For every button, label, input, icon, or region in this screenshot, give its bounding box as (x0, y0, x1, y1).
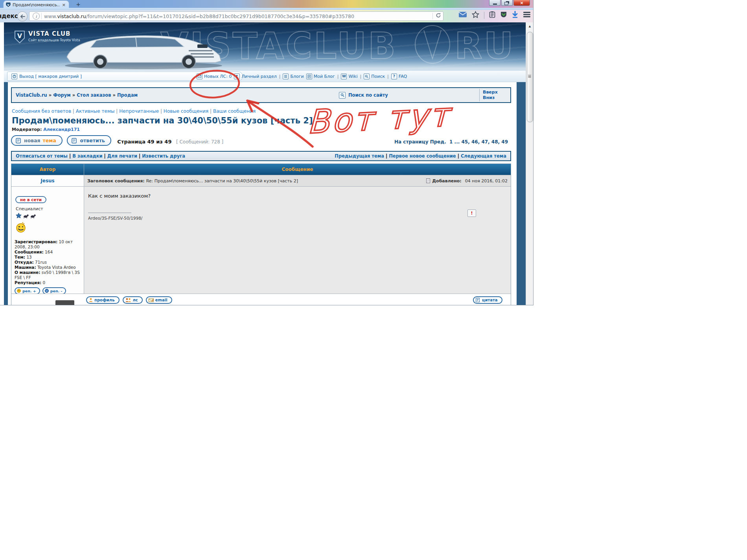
page-46[interactable]: 46 (471, 139, 478, 145)
author-name-link[interactable]: Jesus (40, 178, 54, 184)
reply-button[interactable]: ответить (67, 135, 111, 146)
next-topic-link[interactable]: Следующая тема (461, 153, 506, 159)
subject-text: Re: Продам\поменяюсь... запчасти на 30\4… (146, 178, 298, 184)
menu-item-new-pm[interactable]: Новых ЛС: 0 (197, 73, 232, 79)
menu-separator: | (279, 74, 281, 79)
restore-button[interactable] (501, 0, 513, 6)
posts-table: Автор Сообщение Jesus Заголовок сообщени… (11, 163, 511, 305)
star-icon (472, 11, 479, 18)
info-icon[interactable]: i (33, 13, 40, 20)
unsubscribe-link[interactable]: Отписаться от темы (16, 153, 68, 159)
page-right-border (517, 82, 526, 305)
clipboard-button[interactable] (489, 11, 495, 20)
breadcrumb-site[interactable]: VistaClub.ru (16, 92, 47, 98)
url-bar[interactable]: i www.vistaclub.ru/forum/viewtopic.php?f… (29, 11, 443, 21)
reload-icon (435, 12, 442, 18)
quote-button[interactable]: цитата (473, 296, 502, 304)
profile-field: О машине: sv50 \ 1998гв \ 3S FSE \ FF (15, 270, 82, 280)
table-header: Автор Сообщение (11, 164, 511, 175)
link-unread[interactable]: Непрочитанные (119, 108, 159, 114)
browser-window: V Продам\поменяюсь... зап... × + × ндекс… (0, 0, 534, 305)
link-unanswered[interactable]: Сообщения без ответов (12, 108, 71, 114)
svg-text:V: V (17, 32, 22, 40)
logout-link[interactable]: Выход [ макаров дмитрий ] (19, 74, 82, 79)
link-new[interactable]: Новые сообщения (164, 108, 208, 114)
post-author-cell: Jesus (11, 175, 84, 186)
breadcrumb-panel: VistaClub.ru » Форум » Стол заказов » Пр… (11, 87, 511, 103)
logo-title: VISTA CLUB (28, 30, 80, 37)
email-button[interactable]: email (146, 296, 172, 304)
pagination: На страницу Пред. 1 ... 45, 46, 47, 48, … (394, 139, 508, 145)
rank-animal-icon (30, 213, 36, 218)
link-up[interactable]: Вверх (483, 90, 510, 95)
list-icon (283, 73, 289, 79)
print-link[interactable]: Для печати (107, 153, 137, 159)
toolbar-divider (484, 12, 484, 19)
menu-item-myblog[interactable]: Мой Блог (306, 73, 335, 79)
yandex-logo[interactable]: ндекс (0, 13, 18, 20)
link-down[interactable]: Вниз (483, 95, 510, 101)
vertical-scrollbar[interactable]: ▲ (526, 22, 534, 305)
back-button[interactable] (17, 11, 28, 22)
page-1[interactable]: 1 (449, 139, 453, 145)
moderator-link[interactable]: Александр171 (43, 127, 80, 132)
logout-icon (11, 73, 17, 79)
logo-subtitle: Сайт владельцев Toyota Vista (28, 38, 80, 42)
mail-button[interactable] (458, 11, 467, 19)
site-header-banner: VISTACLUB RU V (4, 22, 526, 71)
breadcrumb-forum[interactable]: Форум (53, 92, 70, 98)
page-48[interactable]: 48 (491, 139, 498, 145)
titlebar: V Продам\поменяюсь... зап... × + × (0, 0, 533, 9)
pocket-button[interactable] (500, 11, 507, 20)
download-button[interactable] (512, 11, 518, 20)
profile-button[interactable]: профиль (86, 296, 120, 304)
menu-item-faq[interactable]: ? FAQ (391, 73, 407, 79)
status-badge: не в сети (15, 196, 46, 203)
download-icon (512, 11, 518, 18)
site-search-icon (339, 92, 346, 99)
new-topic-button[interactable]: новаятема (11, 135, 63, 146)
menu-button[interactable] (523, 11, 531, 19)
link-active[interactable]: Активные темы (76, 108, 115, 114)
thumb-up-icon (17, 289, 21, 293)
reload-button[interactable] (435, 12, 442, 20)
notify-friend-link[interactable]: Известить друга (142, 153, 185, 159)
prev-topic-link[interactable]: Предыдущая тема (335, 153, 384, 159)
pm-icon (197, 73, 202, 79)
bookmark-star-button[interactable] (472, 11, 479, 20)
page-47[interactable]: 47 (481, 139, 488, 145)
post-text: Как с моим заказиком? (88, 193, 151, 199)
page-45[interactable]: 45 (461, 139, 468, 145)
back-arrow-icon (20, 14, 25, 19)
url-divider (41, 13, 42, 19)
post-body-row: не в сети Специалист (11, 186, 511, 294)
close-button[interactable]: × (513, 0, 530, 6)
profile-icon (89, 298, 93, 302)
topic-toolbar-left: Отписаться от темы | В закладки | Для пе… (16, 153, 185, 159)
browser-tab[interactable]: V Продам\поменяюсь... зап... × (3, 0, 69, 9)
url-text: www.vistaclub.ru/forum/viewtopic.php?f=1… (44, 13, 432, 19)
post-message-cell: Как с моим заказиком? Ardeo/3S-FSE/SV-50… (84, 187, 511, 294)
menu-item-search[interactable]: Поиск (364, 73, 385, 79)
first-new-post-link[interactable]: Первое новое сообщение (389, 153, 456, 159)
link-yours[interactable]: Ваши сообщения (213, 108, 256, 114)
scrollbar-up-arrow[interactable]: ▲ (526, 23, 534, 29)
page-prev[interactable]: Пред. (430, 139, 446, 145)
menu-item-blogs[interactable]: Блоги (283, 73, 304, 79)
bookmark-link[interactable]: В закладки (72, 153, 102, 159)
report-post-button[interactable]: ! (467, 209, 476, 217)
breadcrumb-topic[interactable]: Продам (117, 92, 138, 98)
page-49[interactable]: 49 (501, 139, 508, 145)
menu-item-wiki[interactable]: W Wiki (341, 73, 357, 79)
breadcrumb-section[interactable]: Стол заказов (77, 92, 111, 98)
new-tab-button[interactable]: + (73, 1, 83, 8)
menu-item-personal[interactable]: Личный раздел (234, 73, 276, 79)
post-footer-buttons: профиль лс email (86, 296, 172, 304)
scrollbar-thumb[interactable] (527, 32, 533, 122)
site-search-link[interactable]: Поиск по сайту (348, 92, 388, 98)
page-content: VISTACLUB RU V (0, 22, 533, 305)
minimize-button[interactable] (489, 0, 500, 6)
svg-text:V: V (7, 4, 9, 7)
pm-button[interactable]: лс (123, 296, 143, 304)
tab-close-icon[interactable]: × (61, 2, 66, 7)
